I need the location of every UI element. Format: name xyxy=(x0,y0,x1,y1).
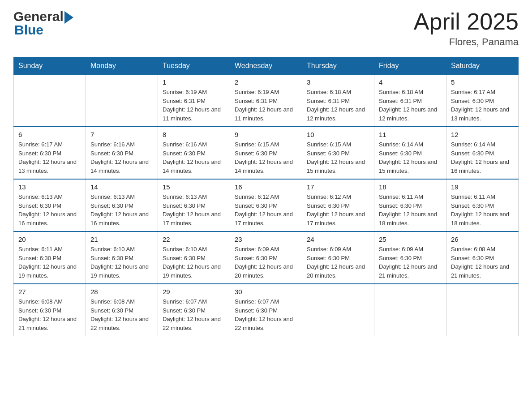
col-thursday: Thursday xyxy=(302,57,374,75)
day-info: Sunrise: 6:08 AMSunset: 6:30 PMDaylight:… xyxy=(18,297,81,332)
day-number: 13 xyxy=(18,183,81,191)
day-info: Sunrise: 6:18 AMSunset: 6:31 PMDaylight:… xyxy=(307,88,369,123)
table-row: 18Sunrise: 6:11 AMSunset: 6:30 PMDayligh… xyxy=(374,179,446,231)
table-row: 8Sunrise: 6:16 AMSunset: 6:30 PMDaylight… xyxy=(158,127,230,179)
day-number: 9 xyxy=(235,131,297,138)
sunrise-text: Sunrise: 6:13 AM xyxy=(90,193,135,200)
daylight-text: Daylight: 12 hours and 16 minutes. xyxy=(90,211,149,227)
sunset-text: Sunset: 6:30 PM xyxy=(163,307,206,314)
table-row: 5Sunrise: 6:17 AMSunset: 6:30 PMDaylight… xyxy=(446,75,519,127)
table-row: 2Sunrise: 6:19 AMSunset: 6:31 PMDaylight… xyxy=(230,75,302,127)
day-number: 29 xyxy=(163,288,225,295)
sunset-text: Sunset: 6:30 PM xyxy=(163,255,206,261)
col-sunday: Sunday xyxy=(14,57,86,75)
day-info: Sunrise: 6:16 AMSunset: 6:30 PMDaylight:… xyxy=(163,140,225,175)
sunset-text: Sunset: 6:30 PM xyxy=(307,255,350,261)
daylight-text: Daylight: 12 hours and 17 minutes. xyxy=(307,211,365,227)
sunrise-text: Sunrise: 6:07 AM xyxy=(163,298,207,305)
table-row: 10Sunrise: 6:15 AMSunset: 6:30 PMDayligh… xyxy=(302,127,374,179)
day-info: Sunrise: 6:12 AMSunset: 6:30 PMDaylight:… xyxy=(235,193,297,227)
sunset-text: Sunset: 6:31 PM xyxy=(379,98,422,104)
day-info: Sunrise: 6:08 AMSunset: 6:30 PMDaylight:… xyxy=(90,297,153,332)
daylight-text: Daylight: 12 hours and 18 minutes. xyxy=(379,211,437,227)
daylight-text: Daylight: 12 hours and 15 minutes. xyxy=(307,158,365,174)
table-row: 26Sunrise: 6:08 AMSunset: 6:30 PMDayligh… xyxy=(446,231,519,284)
sunrise-text: Sunrise: 6:16 AM xyxy=(163,141,207,148)
table-row: 7Sunrise: 6:16 AMSunset: 6:30 PMDaylight… xyxy=(86,127,158,179)
sunset-text: Sunset: 6:30 PM xyxy=(307,150,350,157)
daylight-text: Daylight: 12 hours and 17 minutes. xyxy=(235,211,293,227)
daylight-text: Daylight: 12 hours and 13 minutes. xyxy=(451,106,509,122)
day-info: Sunrise: 6:10 AMSunset: 6:30 PMDaylight:… xyxy=(163,245,225,280)
sunrise-text: Sunrise: 6:14 AM xyxy=(379,141,423,148)
sunrise-text: Sunrise: 6:15 AM xyxy=(307,141,351,148)
sunrise-text: Sunrise: 6:09 AM xyxy=(307,246,351,253)
daylight-text: Daylight: 12 hours and 18 minutes. xyxy=(451,211,509,227)
day-number: 6 xyxy=(18,131,81,138)
day-info: Sunrise: 6:11 AMSunset: 6:30 PMDaylight:… xyxy=(18,245,81,280)
daylight-text: Daylight: 12 hours and 19 minutes. xyxy=(18,263,77,279)
sunset-text: Sunset: 6:30 PM xyxy=(90,150,133,157)
sunset-text: Sunset: 6:30 PM xyxy=(379,202,422,209)
sunrise-text: Sunrise: 6:09 AM xyxy=(379,246,423,253)
day-info: Sunrise: 6:08 AMSunset: 6:30 PMDaylight:… xyxy=(451,245,514,280)
sunrise-text: Sunrise: 6:19 AM xyxy=(235,89,279,95)
day-number: 16 xyxy=(235,183,297,191)
calendar-week-row: 6Sunrise: 6:17 AMSunset: 6:30 PMDaylight… xyxy=(14,127,519,179)
sunrise-text: Sunrise: 6:08 AM xyxy=(18,298,63,305)
day-number: 2 xyxy=(235,78,297,86)
day-number: 24 xyxy=(307,235,369,243)
sunrise-text: Sunrise: 6:11 AM xyxy=(18,246,63,253)
sunset-text: Sunset: 6:30 PM xyxy=(18,255,61,261)
day-number: 25 xyxy=(379,235,442,243)
table-row: 21Sunrise: 6:10 AMSunset: 6:30 PMDayligh… xyxy=(86,231,158,284)
daylight-text: Daylight: 12 hours and 21 minutes. xyxy=(18,316,77,331)
day-number: 26 xyxy=(451,235,514,243)
day-number: 28 xyxy=(90,288,153,295)
daylight-text: Daylight: 12 hours and 20 minutes. xyxy=(307,263,365,279)
sunset-text: Sunset: 6:30 PM xyxy=(90,255,133,261)
calendar-table: Sunday Monday Tuesday Wednesday Thursday… xyxy=(13,57,519,336)
sunset-text: Sunset: 6:30 PM xyxy=(90,307,133,314)
col-monday: Monday xyxy=(86,57,158,75)
day-number: 7 xyxy=(90,131,153,138)
sunset-text: Sunset: 6:30 PM xyxy=(451,150,494,157)
calendar-location: Flores, Panama xyxy=(414,36,519,48)
day-number: 14 xyxy=(90,183,153,191)
daylight-text: Daylight: 12 hours and 19 minutes. xyxy=(163,263,221,279)
logo-general-text: General xyxy=(13,9,64,24)
daylight-text: Daylight: 12 hours and 17 minutes. xyxy=(163,211,221,227)
daylight-text: Daylight: 12 hours and 16 minutes. xyxy=(451,158,509,174)
day-number: 1 xyxy=(163,78,225,86)
day-info: Sunrise: 6:09 AMSunset: 6:30 PMDaylight:… xyxy=(307,245,369,280)
day-info: Sunrise: 6:17 AMSunset: 6:30 PMDaylight:… xyxy=(18,140,81,175)
sunset-text: Sunset: 6:30 PM xyxy=(451,98,494,104)
daylight-text: Daylight: 12 hours and 12 minutes. xyxy=(307,106,365,122)
table-row: 13Sunrise: 6:13 AMSunset: 6:30 PMDayligh… xyxy=(14,179,86,231)
daylight-text: Daylight: 12 hours and 11 minutes. xyxy=(235,106,293,122)
day-number: 23 xyxy=(235,235,297,243)
day-number: 18 xyxy=(379,183,442,191)
sunrise-text: Sunrise: 6:12 AM xyxy=(235,193,279,200)
sunrise-text: Sunrise: 6:11 AM xyxy=(379,193,423,200)
sunset-text: Sunset: 6:30 PM xyxy=(235,255,278,261)
sunrise-text: Sunrise: 6:14 AM xyxy=(451,141,495,148)
table-row: 19Sunrise: 6:11 AMSunset: 6:30 PMDayligh… xyxy=(446,179,519,231)
day-info: Sunrise: 6:13 AMSunset: 6:30 PMDaylight:… xyxy=(163,193,225,227)
sunset-text: Sunset: 6:30 PM xyxy=(163,150,206,157)
calendar-week-row: 1Sunrise: 6:19 AMSunset: 6:31 PMDaylight… xyxy=(14,75,519,127)
day-number: 19 xyxy=(451,183,514,191)
sunrise-text: Sunrise: 6:18 AM xyxy=(379,89,423,95)
sunrise-text: Sunrise: 6:17 AM xyxy=(18,141,63,148)
sunset-text: Sunset: 6:30 PM xyxy=(379,255,422,261)
daylight-text: Daylight: 12 hours and 21 minutes. xyxy=(379,263,437,279)
day-info: Sunrise: 6:15 AMSunset: 6:30 PMDaylight:… xyxy=(235,140,297,175)
sunrise-text: Sunrise: 6:13 AM xyxy=(18,193,63,200)
table-row xyxy=(446,284,519,336)
table-row: 24Sunrise: 6:09 AMSunset: 6:30 PMDayligh… xyxy=(302,231,374,284)
calendar-header-row: Sunday Monday Tuesday Wednesday Thursday… xyxy=(14,57,519,75)
sunrise-text: Sunrise: 6:19 AM xyxy=(163,89,207,95)
table-row: 1Sunrise: 6:19 AMSunset: 6:31 PMDaylight… xyxy=(158,75,230,127)
table-row: 12Sunrise: 6:14 AMSunset: 6:30 PMDayligh… xyxy=(446,127,519,179)
sunrise-text: Sunrise: 6:08 AM xyxy=(451,246,495,253)
